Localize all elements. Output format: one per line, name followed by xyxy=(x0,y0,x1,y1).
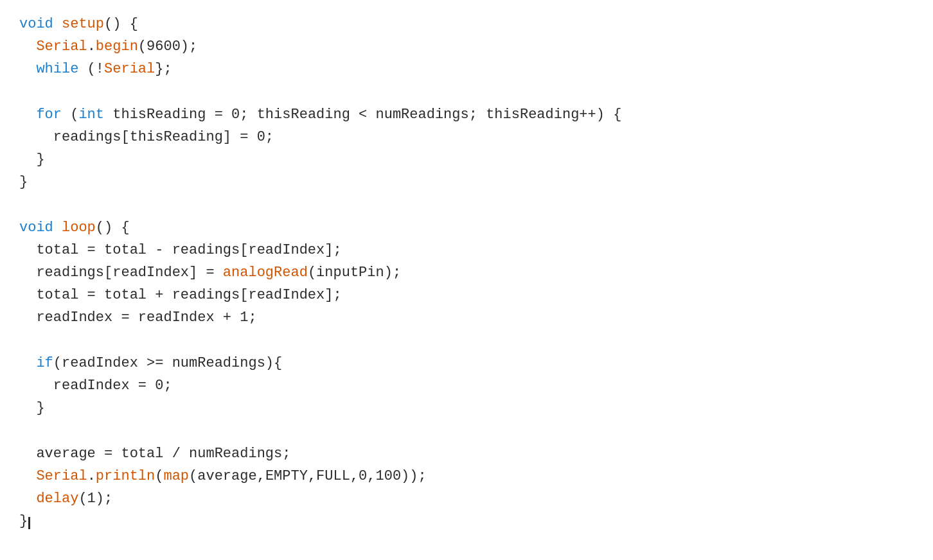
code-line: void setup() { xyxy=(19,13,914,35)
code-line: readings[readIndex] = analogRead(inputPi… xyxy=(19,261,914,284)
code-line: } xyxy=(19,171,914,193)
code-line: for (int thisReading = 0; thisReading < … xyxy=(19,103,914,126)
code-line xyxy=(19,419,914,442)
code-line: total = total + readings[readIndex]; xyxy=(19,284,914,306)
code-line: } xyxy=(19,397,914,419)
code-line: void loop() { xyxy=(19,216,914,239)
code-line: readIndex = 0; xyxy=(19,374,914,397)
code-line: average = total / numReadings; xyxy=(19,442,914,465)
code-line: Serial.begin(9600); xyxy=(19,35,914,58)
code-line: total = total - readings[readIndex]; xyxy=(19,239,914,261)
code-line: Serial.println(map(average,EMPTY,FULL,0,… xyxy=(19,465,914,487)
code-line: if(readIndex >= numReadings){ xyxy=(19,352,914,374)
code-line: readings[thisReading] = 0; xyxy=(19,126,914,148)
code-line: delay(1); xyxy=(19,487,914,510)
code-line: } xyxy=(19,510,914,532)
cursor xyxy=(28,517,30,529)
code-line xyxy=(19,194,914,216)
code-line: readIndex = readIndex + 1; xyxy=(19,306,914,329)
code-line xyxy=(19,329,914,352)
code-block: void setup() { Serial.begin(9600); while… xyxy=(19,13,914,532)
code-line: while (!Serial}; xyxy=(19,58,914,80)
code-line: } xyxy=(19,148,914,171)
code-line xyxy=(19,81,914,103)
code-container: void setup() { Serial.begin(9600); while… xyxy=(0,0,933,560)
